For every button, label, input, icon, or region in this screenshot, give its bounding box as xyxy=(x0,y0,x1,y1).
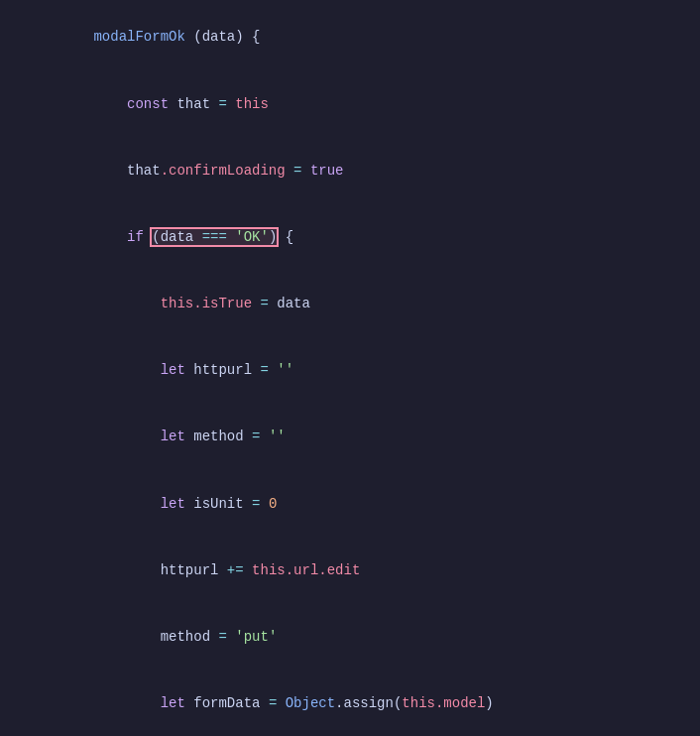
code-editor: modalFormOk (data) { const that = this t… xyxy=(0,0,700,736)
token: httpurl xyxy=(161,562,219,578)
highlight-if-condition: (data === 'OK') xyxy=(152,229,277,245)
token: let xyxy=(161,362,185,378)
line-content: if (data === 'OK') { xyxy=(44,204,692,271)
token: that xyxy=(169,96,218,112)
token xyxy=(93,362,160,378)
token: = xyxy=(260,362,268,378)
token: modalFormOk xyxy=(93,29,184,45)
line-content: let formData = Object.assign(this.model) xyxy=(44,671,692,736)
code-line-3: that.confirmLoading = true xyxy=(0,137,700,203)
code-line-7: let method = '' xyxy=(0,404,700,470)
token: .assign( xyxy=(335,695,402,711)
line-content: that.confirmLoading = true xyxy=(44,137,692,203)
token: let xyxy=(161,496,185,512)
token: = xyxy=(252,296,277,311)
token xyxy=(93,496,160,512)
token: ) xyxy=(485,695,493,711)
token: ( xyxy=(152,229,160,245)
token: .isTrue xyxy=(193,296,252,311)
token: = xyxy=(286,163,310,179)
token: httpurl xyxy=(185,362,261,378)
token: 'OK' xyxy=(235,229,269,245)
token: { xyxy=(277,229,293,245)
token xyxy=(144,229,152,245)
token: data xyxy=(161,229,194,245)
token: method xyxy=(161,629,210,645)
token: = xyxy=(218,96,226,112)
code-line-4: if (data === 'OK') { xyxy=(0,204,700,271)
token: isUnit xyxy=(185,496,252,512)
token: .model xyxy=(435,695,485,711)
token: method xyxy=(185,429,252,444)
token xyxy=(277,695,285,711)
line-content: let httpurl = '' xyxy=(44,337,692,404)
token xyxy=(93,629,160,645)
token xyxy=(93,695,160,711)
code-line-9: httpurl += this.url.edit xyxy=(0,537,700,603)
token: === xyxy=(193,229,235,245)
line-content: method = 'put' xyxy=(44,604,692,671)
code-line-2: const that = this xyxy=(0,70,700,137)
code-line-10: method = 'put' xyxy=(0,604,700,671)
token xyxy=(93,429,160,444)
code-line-8: let isUnit = 0 xyxy=(0,470,700,537)
token xyxy=(93,229,127,245)
code-line-1: modalFormOk (data) { xyxy=(0,4,700,70)
token xyxy=(93,296,160,311)
token: (data) { xyxy=(185,29,261,45)
token: this xyxy=(161,296,194,311)
token: this xyxy=(235,96,269,112)
token: '' xyxy=(269,429,286,444)
token xyxy=(93,562,160,578)
token: if xyxy=(127,229,144,245)
token: .edit xyxy=(318,562,360,578)
code-line-5: this.isTrue = data xyxy=(0,271,700,337)
token: formData xyxy=(185,695,269,711)
token: true xyxy=(310,163,344,179)
token: let xyxy=(161,695,185,711)
token xyxy=(260,496,268,512)
code-line-11: let formData = Object.assign(this.model) xyxy=(0,671,700,736)
token: this xyxy=(402,695,435,711)
token xyxy=(260,429,268,444)
token xyxy=(93,163,127,179)
code-line-6: let httpurl = '' xyxy=(0,337,700,404)
token: data xyxy=(277,296,310,311)
token: += xyxy=(218,562,243,578)
token: .url xyxy=(286,562,319,578)
line-content: const that = this xyxy=(44,70,692,137)
token: that xyxy=(127,163,161,179)
token: .confirmLoading xyxy=(161,163,286,179)
line-content: let isUnit = 0 xyxy=(44,470,692,537)
token: let xyxy=(161,429,185,444)
token xyxy=(93,96,127,112)
line-content: modalFormOk (data) { xyxy=(44,4,692,70)
line-content: httpurl += this.url.edit xyxy=(44,537,692,603)
token: 0 xyxy=(269,496,277,512)
line-content: this.isTrue = data xyxy=(44,271,692,337)
token: '' xyxy=(277,362,293,378)
token: const xyxy=(127,96,169,112)
line-content: let method = '' xyxy=(44,404,692,470)
token: 'put' xyxy=(235,629,277,645)
token: = xyxy=(210,629,227,645)
token xyxy=(244,562,252,578)
token: this xyxy=(252,562,286,578)
token: Object xyxy=(286,695,335,711)
